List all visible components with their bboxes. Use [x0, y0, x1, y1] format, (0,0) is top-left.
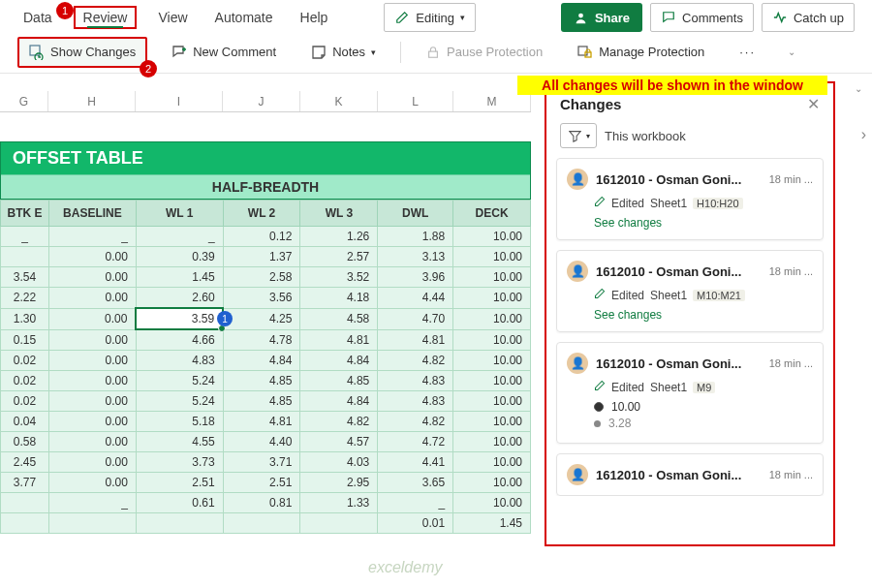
- see-changes-link[interactable]: See changes: [594, 216, 662, 230]
- table-cell[interactable]: [300, 513, 378, 534]
- table-cell[interactable]: 4.82: [378, 351, 453, 371]
- change-card[interactable]: 👤1612010 - Osman Goni...18 min ...Edited…: [556, 342, 824, 444]
- table-cell[interactable]: _: [1, 227, 49, 247]
- table-cell[interactable]: 0.00: [48, 452, 136, 473]
- share-button[interactable]: Share: [561, 3, 642, 32]
- table-cell[interactable]: 0.00: [48, 247, 136, 267]
- filter-button[interactable]: ▾: [560, 123, 597, 148]
- table-cell[interactable]: 10.00: [453, 329, 531, 351]
- more-button[interactable]: ···: [729, 40, 766, 64]
- table-cell[interactable]: 1.45: [453, 513, 531, 534]
- table-cell[interactable]: 3.54: [1, 267, 49, 288]
- table-cell[interactable]: 0.58: [1, 432, 49, 452]
- table-cell[interactable]: 0.02: [1, 391, 49, 412]
- table-cell[interactable]: 1.26: [300, 227, 378, 247]
- close-icon[interactable]: ✕: [807, 95, 820, 113]
- col-header[interactable]: H: [48, 91, 136, 111]
- table-cell[interactable]: 4.03: [300, 452, 378, 473]
- table-cell[interactable]: _: [48, 227, 136, 247]
- table-cell[interactable]: 4.81: [378, 329, 453, 351]
- table-cell[interactable]: 3.65: [378, 473, 453, 493]
- table-cell[interactable]: 4.85: [223, 391, 300, 412]
- table-cell[interactable]: 4.41: [378, 452, 453, 473]
- table-cell[interactable]: 4.84: [223, 351, 300, 371]
- table-cell[interactable]: 10.00: [453, 391, 531, 412]
- col-header[interactable]: K: [300, 91, 378, 111]
- table-cell[interactable]: 0.00: [48, 473, 136, 493]
- table-cell[interactable]: 4.72: [378, 432, 453, 452]
- table-cell[interactable]: 0.00: [48, 432, 136, 452]
- table-cell[interactable]: 2.57: [300, 247, 378, 267]
- table-cell[interactable]: 3.96: [378, 267, 453, 288]
- col-header[interactable]: L: [378, 91, 453, 111]
- table-cell[interactable]: 10.00: [453, 493, 531, 513]
- table-cell[interactable]: 2.60: [136, 288, 223, 309]
- table-cell[interactable]: 0.02: [1, 351, 49, 371]
- table-cell[interactable]: 2.51: [223, 473, 300, 493]
- table-cell[interactable]: 10.00: [453, 227, 531, 247]
- table-cell[interactable]: 4.85: [223, 371, 300, 391]
- table-cell[interactable]: 2.95: [300, 473, 378, 493]
- table-cell[interactable]: 4.84: [300, 391, 378, 412]
- col-header[interactable]: I: [136, 91, 223, 111]
- table-cell[interactable]: 4.84: [300, 351, 378, 371]
- table-cell[interactable]: 1.88: [378, 227, 453, 247]
- table-cell[interactable]: 0.00: [48, 391, 136, 412]
- table-cell[interactable]: 10.00: [453, 247, 531, 267]
- table-cell[interactable]: 4.57: [300, 432, 378, 452]
- table-cell[interactable]: [1, 247, 49, 267]
- ribbon-collapse-icon[interactable]: ⌄: [788, 46, 795, 57]
- table-cell[interactable]: 4.83: [136, 351, 223, 371]
- table-cell[interactable]: 4.85: [300, 371, 378, 391]
- table-cell[interactable]: 0.15: [1, 329, 49, 351]
- table-cell[interactable]: 2.58: [223, 267, 300, 288]
- table-cell[interactable]: 4.81: [300, 329, 378, 351]
- table-cell[interactable]: 10.00: [453, 473, 531, 493]
- table-cell[interactable]: [1, 513, 49, 534]
- table-cell[interactable]: 1.37: [223, 247, 300, 267]
- show-changes-button[interactable]: Show Changes 2: [17, 37, 147, 68]
- tab-review[interactable]: Review: [74, 6, 138, 29]
- table-cell[interactable]: 0.00: [48, 351, 136, 371]
- table-cell[interactable]: 4.78: [223, 329, 300, 351]
- col-header[interactable]: G: [0, 91, 48, 111]
- table-cell[interactable]: [136, 513, 223, 534]
- tab-view[interactable]: View: [152, 6, 193, 29]
- table-cell[interactable]: 0.61: [136, 493, 223, 513]
- table-cell[interactable]: 10.00: [453, 412, 531, 432]
- table-cell[interactable]: 2.45: [1, 452, 49, 473]
- table-cell[interactable]: 4.25: [223, 308, 300, 329]
- manage-protection-button[interactable]: Manage Protection: [567, 40, 715, 65]
- table-cell[interactable]: 4.82: [300, 412, 378, 432]
- side-expand-icon[interactable]: ›: [861, 126, 866, 143]
- table-cell[interactable]: 5.18: [136, 412, 223, 432]
- table-cell[interactable]: [1, 493, 49, 513]
- editing-mode-dropdown[interactable]: Editing ▾: [384, 3, 476, 32]
- table-cell[interactable]: 4.58: [300, 308, 378, 329]
- table-cell[interactable]: 0.00: [48, 288, 136, 309]
- table-cell[interactable]: 0.02: [1, 371, 49, 391]
- table-cell[interactable]: 4.55: [136, 432, 223, 452]
- see-changes-link[interactable]: See changes: [594, 308, 662, 322]
- table-cell[interactable]: 3.77: [1, 473, 49, 493]
- notes-button[interactable]: Notes ▾: [300, 40, 387, 65]
- table-cell[interactable]: 3.56: [223, 288, 300, 309]
- table-cell[interactable]: 0.12: [223, 227, 300, 247]
- table-cell[interactable]: 3.71: [223, 452, 300, 473]
- table-cell[interactable]: 0.00: [48, 329, 136, 351]
- table-cell[interactable]: 0.00: [48, 267, 136, 288]
- table-cell[interactable]: 0.00: [48, 308, 136, 329]
- table-cell[interactable]: _: [136, 227, 223, 247]
- table-cell[interactable]: 10.00: [453, 288, 531, 309]
- table-cell[interactable]: 10.00: [453, 432, 531, 452]
- table-cell[interactable]: 4.40: [223, 432, 300, 452]
- table-cell[interactable]: 2.51: [136, 473, 223, 493]
- change-card[interactable]: 👤1612010 - Osman Goni...18 min ...: [556, 453, 824, 496]
- table-cell[interactable]: 4.18: [300, 288, 378, 309]
- table-cell[interactable]: 5.24: [136, 391, 223, 412]
- table-cell[interactable]: 5.24: [136, 371, 223, 391]
- table-cell[interactable]: _: [48, 493, 136, 513]
- table-cell[interactable]: 4.83: [378, 371, 453, 391]
- table-cell[interactable]: 3.591: [136, 308, 223, 329]
- table-cell[interactable]: 10.00: [453, 452, 531, 473]
